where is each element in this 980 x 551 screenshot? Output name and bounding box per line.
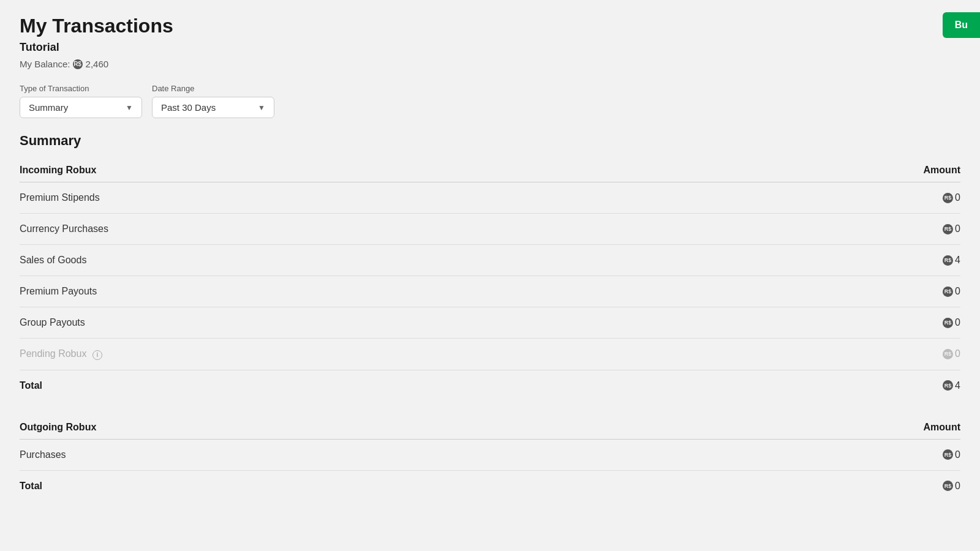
robux-icon-total: R$ bbox=[943, 380, 953, 391]
robux-icon-currency: R$ bbox=[943, 224, 953, 234]
table-row: Currency Purchases R$ 0 bbox=[20, 214, 960, 245]
amount-value-sales: 4 bbox=[955, 255, 960, 266]
pending-info-icon[interactable]: i bbox=[92, 350, 102, 360]
filters-row: Type of Transaction Summary ▼ Date Range… bbox=[20, 84, 960, 118]
robux-icon-group-payouts: R$ bbox=[943, 318, 953, 328]
table-row-total-incoming: Total R$ 4 bbox=[20, 370, 960, 396]
transaction-type-filter: Type of Transaction Summary ▼ bbox=[20, 84, 142, 118]
incoming-header: Incoming Robux Amount bbox=[20, 159, 960, 182]
amount-value-currency: 0 bbox=[955, 223, 960, 234]
row-label-total-incoming: Total bbox=[20, 380, 42, 391]
amount-value-total-incoming: 4 bbox=[955, 380, 960, 391]
date-range-label: Date Range bbox=[152, 84, 274, 93]
robux-icon-pending: R$ bbox=[943, 349, 953, 359]
robux-icon-premium-payouts: R$ bbox=[943, 287, 953, 297]
incoming-amount-header: Amount bbox=[924, 165, 960, 176]
row-label-purchases: Purchases bbox=[20, 449, 66, 460]
amount-value-premium-payouts: 0 bbox=[955, 286, 960, 297]
table-row: Pending Robux i R$ 0 bbox=[20, 339, 960, 370]
table-row-total-outgoing: Total R$ 0 bbox=[20, 471, 960, 497]
outgoing-amount-header: Amount bbox=[924, 422, 960, 433]
balance-value: 2,460 bbox=[86, 59, 109, 69]
row-label-currency-purchases: Currency Purchases bbox=[20, 223, 108, 234]
summary-section-title: Summary bbox=[20, 133, 960, 149]
transaction-type-dropdown[interactable]: Summary ▼ bbox=[20, 97, 142, 118]
page-title: My Transactions bbox=[20, 15, 960, 37]
table-row: Premium Stipends R$ 0 bbox=[20, 182, 960, 214]
row-label-group-payouts: Group Payouts bbox=[20, 317, 85, 328]
amount-value-purchases: 0 bbox=[955, 449, 960, 460]
outgoing-section: Outgoing Robux Amount Purchases R$ 0 Tot… bbox=[20, 416, 960, 497]
robux-icon-stipends: R$ bbox=[943, 193, 953, 203]
robux-icon-purchases: R$ bbox=[943, 449, 953, 460]
transaction-type-label: Type of Transaction bbox=[20, 84, 142, 93]
outgoing-header: Outgoing Robux Amount bbox=[20, 416, 960, 440]
incoming-header-label: Incoming Robux bbox=[20, 165, 96, 176]
row-amount-sales: R$ 4 bbox=[943, 255, 960, 266]
row-amount-premium-payouts: R$ 0 bbox=[943, 286, 960, 297]
row-label-pending-robux: Pending Robux i bbox=[20, 348, 102, 360]
robux-currency-icon: R$ bbox=[73, 59, 83, 69]
amount-value-stipends: 0 bbox=[955, 192, 960, 203]
outgoing-header-label: Outgoing Robux bbox=[20, 422, 96, 433]
row-amount-currency-purchases: R$ 0 bbox=[943, 223, 960, 234]
row-amount-premium-stipends: R$ 0 bbox=[943, 192, 960, 203]
buy-robux-button[interactable]: Bu bbox=[943, 12, 980, 38]
date-range-filter: Date Range Past 30 Days ▼ bbox=[152, 84, 274, 118]
page-subtitle: Tutorial bbox=[20, 41, 960, 54]
row-label-sales-of-goods: Sales of Goods bbox=[20, 255, 86, 266]
robux-icon-total-outgoing: R$ bbox=[943, 481, 953, 491]
row-label-premium-stipends: Premium Stipends bbox=[20, 192, 100, 203]
row-amount-total-incoming: R$ 4 bbox=[943, 380, 960, 391]
table-row: Group Payouts R$ 0 bbox=[20, 307, 960, 339]
balance-row: My Balance: R$ 2,460 bbox=[20, 59, 960, 69]
row-amount-total-outgoing: R$ 0 bbox=[943, 481, 960, 492]
table-row: Purchases R$ 0 bbox=[20, 440, 960, 471]
row-label-total-outgoing: Total bbox=[20, 481, 42, 492]
table-row: Sales of Goods R$ 4 bbox=[20, 245, 960, 276]
amount-value-pending: 0 bbox=[955, 348, 960, 359]
row-amount-purchases: R$ 0 bbox=[943, 449, 960, 460]
chevron-down-icon-date: ▼ bbox=[258, 103, 265, 112]
transaction-type-value: Summary bbox=[29, 102, 68, 113]
amount-value-total-outgoing: 0 bbox=[955, 481, 960, 492]
row-label-premium-payouts: Premium Payouts bbox=[20, 286, 97, 297]
robux-icon-sales: R$ bbox=[943, 255, 953, 266]
date-range-value: Past 30 Days bbox=[161, 102, 216, 113]
date-range-dropdown[interactable]: Past 30 Days ▼ bbox=[152, 97, 274, 118]
row-amount-group-payouts: R$ 0 bbox=[943, 317, 960, 328]
amount-value-group-payouts: 0 bbox=[955, 317, 960, 328]
chevron-down-icon: ▼ bbox=[126, 103, 133, 112]
row-amount-pending: R$ 0 bbox=[943, 348, 960, 359]
table-row: Premium Payouts R$ 0 bbox=[20, 276, 960, 307]
balance-label: My Balance: bbox=[20, 59, 70, 69]
summary-section: Summary Incoming Robux Amount Premium St… bbox=[20, 133, 960, 497]
